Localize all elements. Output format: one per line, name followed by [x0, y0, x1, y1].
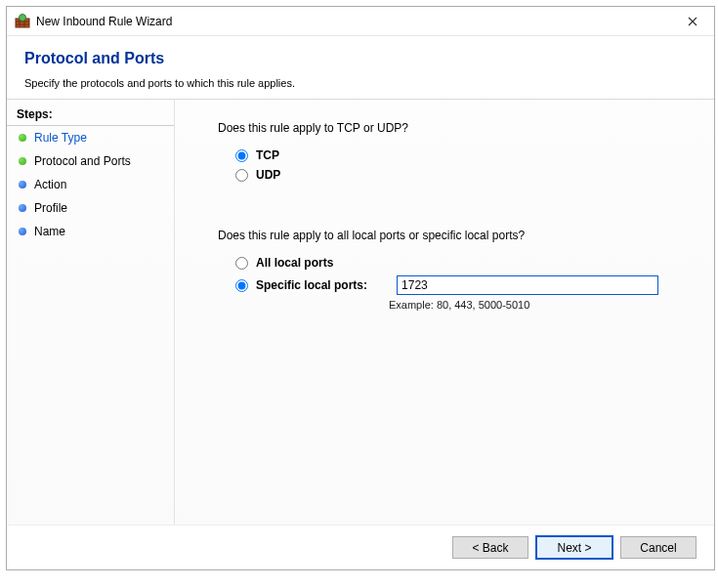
step-profile[interactable]: Profile [7, 196, 174, 220]
ports-example: Example: 80, 443, 5000-5010 [218, 299, 689, 311]
back-button[interactable]: < Back [452, 536, 528, 559]
step-name[interactable]: Name [7, 220, 174, 243]
step-protocol-ports[interactable]: Protocol and Ports [7, 149, 174, 173]
radio-tcp-row: TCP [218, 148, 689, 162]
wizard-window: New Inbound Rule Wizard Protocol and Por… [6, 6, 715, 570]
question-ports: Does this rule apply to all local ports … [218, 229, 689, 242]
bullet-icon [19, 204, 26, 212]
radio-udp-label: UDP [256, 168, 280, 182]
step-label: Name [34, 225, 65, 238]
step-action[interactable]: Action [7, 173, 174, 196]
radio-specific-ports[interactable] [235, 279, 248, 292]
steps-label: Steps: [7, 105, 174, 126]
step-label: Rule Type [34, 131, 87, 145]
radio-specific-ports-label: Specific local ports: [256, 278, 367, 292]
radio-tcp[interactable] [235, 149, 248, 162]
next-button[interactable]: Next > [536, 536, 612, 559]
step-label: Action [34, 178, 66, 191]
steps-sidebar: Steps: Rule Type Protocol and Ports Acti… [7, 100, 175, 525]
page-subtitle: Specify the protocols and ports to which… [24, 77, 697, 89]
bullet-icon [19, 181, 26, 189]
radio-tcp-label: TCP [256, 148, 279, 162]
body: Steps: Rule Type Protocol and Ports Acti… [7, 100, 714, 525]
radio-all-ports[interactable] [235, 257, 248, 270]
svg-point-5 [20, 14, 26, 21]
close-button[interactable] [670, 7, 714, 35]
specific-ports-input[interactable] [397, 275, 658, 295]
radio-specific-ports-row: Specific local ports: [218, 275, 689, 295]
radio-udp[interactable] [235, 169, 248, 182]
firewall-icon [15, 14, 30, 29]
radio-udp-row: UDP [218, 168, 689, 182]
page-heading: Protocol and Ports [24, 50, 697, 67]
step-rule-type[interactable]: Rule Type [7, 126, 174, 149]
header: Protocol and Ports Specify the protocols… [7, 36, 714, 100]
radio-all-ports-row: All local ports [218, 256, 689, 270]
question-protocol: Does this rule apply to TCP or UDP? [218, 121, 689, 135]
step-label: Profile [34, 201, 67, 215]
bullet-icon [19, 157, 26, 165]
bullet-icon [19, 228, 26, 235]
footer: < Back Next > Cancel [7, 525, 714, 569]
step-label: Protocol and Ports [34, 154, 131, 168]
titlebar: New Inbound Rule Wizard [7, 7, 714, 36]
content-panel: Does this rule apply to TCP or UDP? TCP … [175, 100, 714, 525]
radio-all-ports-label: All local ports [256, 256, 333, 270]
cancel-button[interactable]: Cancel [620, 536, 697, 559]
bullet-icon [19, 134, 26, 142]
window-title: New Inbound Rule Wizard [36, 15, 670, 28]
